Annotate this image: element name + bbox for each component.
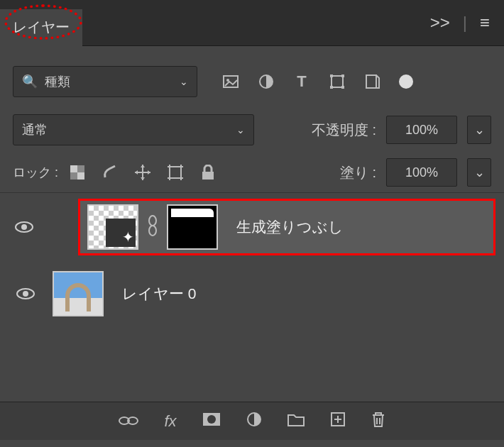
layer-mask-thumbnail[interactable] (167, 204, 218, 250)
opacity-label: 不透明度 : (312, 121, 376, 140)
svg-rect-10 (70, 165, 77, 172)
sparkle-icon: ✦ (122, 228, 134, 245)
svg-point-17 (149, 226, 156, 236)
adjustment-filter-icon[interactable] (257, 72, 275, 91)
link-icon[interactable] (147, 215, 158, 240)
new-group-icon[interactable] (287, 412, 305, 431)
fx-icon[interactable]: fx (164, 412, 176, 431)
svg-rect-11 (77, 172, 84, 180)
svg-rect-3 (332, 76, 343, 87)
fill-label: 塗り : (340, 163, 376, 182)
svg-point-15 (21, 224, 27, 230)
blend-mode-dropdown[interactable]: 通常 ⌄ (13, 114, 254, 145)
layer-name[interactable]: 生成塗りつぶし (236, 217, 344, 237)
svg-rect-6 (330, 86, 333, 89)
lock-paint-icon[interactable] (101, 163, 119, 182)
layer-name[interactable]: レイヤー 0 (122, 284, 197, 304)
add-mask-icon[interactable] (202, 412, 221, 431)
bottom-toolbar: fx (0, 402, 504, 440)
svg-rect-13 (202, 172, 214, 180)
panel-menu-icon[interactable]: ≡ (480, 13, 490, 33)
visibility-toggle[interactable] (14, 287, 37, 300)
new-layer-icon[interactable] (330, 412, 346, 431)
shape-filter-icon[interactable] (328, 72, 346, 91)
image-filter-icon[interactable] (221, 72, 240, 91)
visibility-toggle[interactable] (13, 221, 35, 233)
svg-point-23 (207, 415, 216, 424)
lock-artboard-icon[interactable] (166, 163, 185, 182)
opacity-chevron[interactable]: ⌄ (467, 116, 491, 144)
lock-position-icon[interactable] (133, 163, 152, 182)
svg-rect-12 (170, 167, 181, 178)
svg-rect-8 (366, 75, 376, 88)
layers-panel-tab[interactable]: レイヤー (0, 9, 82, 46)
filter-type-label: 種類 (45, 73, 70, 90)
adjustment-layer-icon[interactable] (246, 412, 262, 431)
delete-layer-icon[interactable] (371, 412, 385, 431)
fill-value[interactable]: 100% (386, 158, 457, 187)
type-filter-icon[interactable]: T (292, 72, 311, 91)
chevron-down-icon: ⌄ (236, 124, 245, 136)
opacity-value[interactable]: 100% (386, 116, 457, 144)
layers-list: ✦ 生成塗りつぶし レイヤー 0 (0, 193, 504, 322)
layer-thumbnail[interactable] (53, 271, 104, 316)
fill-chevron[interactable]: ⌄ (467, 158, 491, 187)
lock-all-icon[interactable] (199, 163, 217, 182)
lock-transparency-icon[interactable] (68, 163, 87, 182)
svg-rect-5 (341, 74, 344, 77)
svg-rect-4 (330, 74, 333, 77)
svg-rect-7 (341, 86, 344, 89)
filter-type-dropdown[interactable]: 🔍 種類 ⌄ (13, 66, 197, 97)
chevron-down-icon: ⌄ (180, 76, 188, 87)
filter-toggle[interactable] (399, 74, 413, 89)
collapse-button[interactable]: >> (430, 13, 450, 33)
svg-point-16 (149, 216, 156, 226)
layer-row[interactable]: ✦ 生成塗りつぶし (78, 199, 495, 255)
blend-mode-label: 通常 (22, 121, 48, 138)
link-layers-icon[interactable] (119, 412, 138, 431)
smartobject-filter-icon[interactable] (363, 72, 382, 91)
layer-row[interactable]: レイヤー 0 (4, 265, 500, 322)
svg-point-19 (23, 291, 28, 297)
divider: | (463, 13, 467, 33)
layer-thumbnail[interactable]: ✦ (87, 204, 138, 250)
search-icon: 🔍 (22, 74, 38, 89)
lock-label: ロック : (13, 164, 58, 181)
